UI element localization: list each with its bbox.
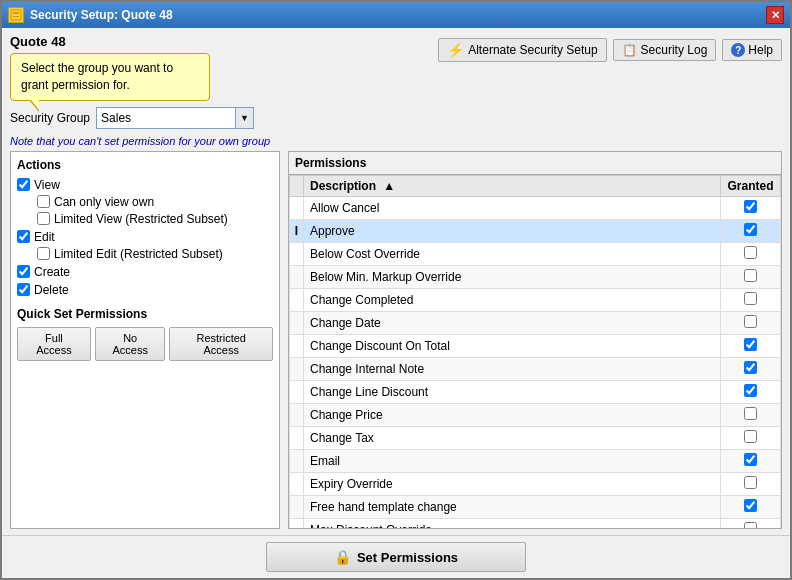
table-row[interactable]: Change Discount On Total [290,334,781,357]
create-label: Create [34,265,70,279]
top-section: Quote 48 Select the group you want to gr… [10,34,782,101]
description-cell: Allow Cancel [304,196,721,219]
title-bar-left: Security Setup: Quote 48 [8,7,173,23]
granted-cell[interactable] [721,196,781,219]
edit-label: Edit [34,230,55,244]
cursor-cell [290,196,304,219]
granted-checkbox[interactable] [744,338,757,351]
table-row[interactable]: Free hand template change [290,495,781,518]
cursor-cell [290,403,304,426]
granted-cell[interactable] [721,357,781,380]
limited-view-checkbox[interactable] [37,212,50,225]
can-only-view-row: Can only view own [37,195,273,209]
window-icon [8,7,24,23]
close-button[interactable]: ✕ [766,6,784,24]
granted-cell[interactable] [721,288,781,311]
table-row[interactable]: Email [290,449,781,472]
table-row[interactable]: Change Price [290,403,781,426]
granted-cell[interactable] [721,265,781,288]
granted-checkbox[interactable] [744,453,757,466]
granted-checkbox[interactable] [744,361,757,374]
granted-checkbox[interactable] [744,499,757,512]
granted-cell[interactable] [721,334,781,357]
description-col-header[interactable]: Description ▲ [304,175,721,196]
main-panels: Actions View Can only view own Limited V… [10,151,782,529]
can-only-view-checkbox[interactable] [37,195,50,208]
granted-cell[interactable] [721,426,781,449]
granted-checkbox[interactable] [744,315,757,328]
svg-rect-2 [13,16,19,17]
granted-checkbox[interactable] [744,246,757,259]
cursor-cell [290,311,304,334]
granted-cell[interactable] [721,449,781,472]
granted-cell[interactable] [721,472,781,495]
description-cell: Email [304,449,721,472]
create-row: Create [17,265,273,279]
actions-title: Actions [17,158,273,172]
granted-cell[interactable] [721,219,781,242]
permissions-tbody: Allow CancelIApproveBelow Cost OverrideB… [290,196,781,528]
description-cell: Change Line Discount [304,380,721,403]
help-icon: ? [731,43,745,57]
create-checkbox[interactable] [17,265,30,278]
no-access-button[interactable]: No Access [95,327,166,361]
description-cell: Change Completed [304,288,721,311]
table-row[interactable]: Change Date [290,311,781,334]
granted-checkbox[interactable] [744,200,757,213]
security-group-dropdown-btn[interactable]: ▼ [236,107,254,129]
bottom-bar: 🔒 Set Permissions [2,535,790,578]
granted-cell[interactable] [721,518,781,528]
table-row[interactable]: Change Internal Note [290,357,781,380]
lock-icon: 🔒 [334,549,351,565]
help-label: Help [748,43,773,57]
granted-cell[interactable] [721,311,781,334]
table-row[interactable]: Change Completed [290,288,781,311]
permissions-table: Description ▲ Granted Allow CancelIAppro… [289,175,781,528]
tooltip-text: Select the group you want to grant permi… [21,61,173,92]
cursor-cell [290,242,304,265]
set-permissions-button[interactable]: 🔒 Set Permissions [266,542,526,572]
quick-set-title: Quick Set Permissions [17,307,273,321]
limited-view-label: Limited View (Restricted Subset) [54,212,228,226]
granted-checkbox[interactable] [744,522,757,528]
note-prefix: Note that you can't set permission for [10,135,194,147]
table-row[interactable]: Allow Cancel [290,196,781,219]
table-row[interactable]: Change Line Discount [290,380,781,403]
granted-checkbox[interactable] [744,430,757,443]
granted-checkbox[interactable] [744,292,757,305]
table-row[interactable]: Below Cost Override [290,242,781,265]
granted-checkbox[interactable] [744,223,757,236]
description-cell: Expiry Override [304,472,721,495]
delete-checkbox[interactable] [17,283,30,296]
table-row[interactable]: Expiry Override [290,472,781,495]
granted-checkbox[interactable] [744,476,757,489]
cursor-cell [290,334,304,357]
granted-checkbox[interactable] [744,269,757,282]
view-checkbox[interactable] [17,178,30,191]
table-row[interactable]: IApprove [290,219,781,242]
description-cell: Change Discount On Total [304,334,721,357]
edit-checkbox[interactable] [17,230,30,243]
limited-edit-checkbox[interactable] [37,247,50,260]
table-row[interactable]: Max Discount Override [290,518,781,528]
granted-checkbox[interactable] [744,407,757,420]
limited-edit-label: Limited Edit (Restricted Subset) [54,247,223,261]
note-text: Note that you can't set permission for y… [10,135,782,147]
granted-cell[interactable] [721,380,781,403]
security-group-combo: ▼ [96,107,254,129]
table-row[interactable]: Change Tax [290,426,781,449]
granted-cell[interactable] [721,495,781,518]
restricted-access-button[interactable]: Restricted Access [169,327,273,361]
granted-checkbox[interactable] [744,384,757,397]
help-button[interactable]: ? Help [722,39,782,61]
security-log-button[interactable]: 📋 Security Log [613,39,717,61]
granted-cell[interactable] [721,242,781,265]
full-access-button[interactable]: Full Access [17,327,91,361]
view-row: View [17,178,273,192]
sort-icon: ▲ [383,179,395,193]
security-group-input[interactable] [96,107,236,129]
alt-security-button[interactable]: ⚡ Alternate Security Setup [438,38,606,62]
permissions-table-container[interactable]: Description ▲ Granted Allow CancelIAppro… [289,175,781,528]
table-row[interactable]: Below Min. Markup Override [290,265,781,288]
granted-cell[interactable] [721,403,781,426]
